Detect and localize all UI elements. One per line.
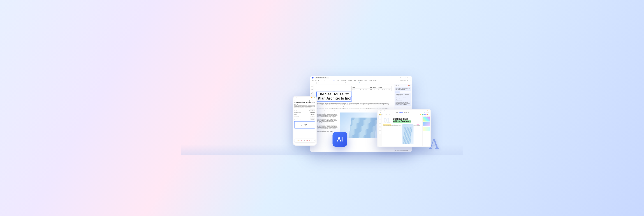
edit-all-button[interactable]: ✐Edit All▾ (326, 82, 332, 83)
underline-icon[interactable]: U (381, 114, 382, 115)
tab-edit[interactable]: Edit (408, 112, 409, 113)
pin-icon[interactable]: 📌 (408, 85, 409, 86)
crop-button[interactable]: ⧉Crop (345, 82, 348, 83)
text-style-4-icon[interactable]: Aa (306, 140, 308, 141)
tablet-undo-icon[interactable]: ↶ (426, 112, 426, 113)
file-menu[interactable]: File (312, 80, 314, 81)
more-icon[interactable]: ⋯ (314, 99, 315, 101)
share-icon[interactable]: ⇪ (327, 80, 328, 81)
color-yellow[interactable] (420, 114, 421, 115)
concept-1[interactable] (423, 117, 430, 122)
ai-tools-button[interactable]: ✦AI Tools▾ (352, 82, 358, 83)
color-green[interactable] (422, 114, 423, 115)
pencil-icon[interactable]: ✎ (384, 114, 384, 115)
ai-app-icon[interactable]: AI (332, 132, 347, 147)
save-icon[interactable]: ▭ (315, 80, 316, 81)
grid-icon[interactable]: ⊞ (311, 99, 312, 101)
add-color-icon[interactable]: + (429, 114, 429, 115)
signature-field[interactable]: ✎ (294, 122, 315, 129)
attachments-icon[interactable]: 🏷 (311, 92, 313, 94)
pen-tool-icon[interactable]: ✎ (309, 140, 310, 141)
rect-tool-icon[interactable]: ▭ (320, 82, 322, 83)
strikethrough-icon[interactable]: S (382, 114, 383, 115)
document-tab[interactable]: Sea House of klan.pdf × (315, 77, 329, 78)
color-orange[interactable] (427, 114, 428, 115)
concept-3[interactable] (423, 127, 430, 131)
back-icon[interactable]: ‹ (294, 99, 295, 101)
menu-convert[interactable]: Convert (348, 80, 352, 81)
tab-fill-sign[interactable]: Fill & Sign (404, 112, 407, 113)
thumb-5[interactable] (378, 131, 381, 134)
close-icon[interactable]: × (410, 77, 410, 78)
menu-home[interactable]: Home (332, 79, 335, 81)
thumb-2[interactable] (378, 120, 381, 123)
search-tools-input[interactable]: Search Tools (400, 80, 406, 81)
menu-view[interactable]: View (354, 80, 356, 81)
tablet-search-icon[interactable]: 🔍 (424, 112, 425, 113)
form-row-bank-branch: Bank BranchDrive-up Branch (294, 110, 316, 112)
ocr-button[interactable]: ⊡OCR (340, 82, 344, 83)
close-panel-icon[interactable]: × (410, 85, 411, 86)
text-style-3-icon[interactable]: Aa (304, 140, 305, 141)
concept-2[interactable] (423, 122, 430, 126)
more-button[interactable]: ≡More▾ (365, 82, 370, 83)
tablet-more-icon[interactable]: ⋯ (426, 111, 427, 111)
thumb-3[interactable] (378, 124, 381, 127)
text-style-2-icon[interactable]: Aa (301, 140, 302, 141)
maximize-icon[interactable]: □ (408, 77, 408, 78)
close-tab-icon[interactable]: × (328, 77, 328, 78)
chevron-down-icon[interactable]: ▾ (323, 82, 324, 83)
tablet-page[interactable]: 01 Cool Buildings & Nice Gradients Mauri… (382, 115, 422, 146)
zoom-in-icon[interactable]: ⊕ (314, 82, 315, 83)
highlight-icon[interactable]: ✎ (318, 82, 319, 83)
checkbox-tool-icon[interactable]: ☐ (295, 140, 296, 141)
undo-phone-icon[interactable]: ↶ (312, 140, 312, 141)
shape-icon[interactable]: ○ (389, 114, 389, 115)
highlighter-icon[interactable]: Aa (379, 114, 381, 115)
menu-edit[interactable]: Edit (337, 80, 339, 81)
thumb-1[interactable] (378, 116, 381, 119)
search-icon[interactable]: 🔍 (308, 99, 310, 101)
menu-form[interactable]: Form (369, 80, 372, 81)
tablet-body-text: Mauris eu DIJ s Institut dapibus est. Ve… (384, 124, 421, 127)
bookmark-icon[interactable]: ▭ (312, 99, 314, 101)
menu-protect[interactable]: Protect (373, 80, 377, 81)
print-icon[interactable]: ⎙ (318, 80, 319, 81)
notification-icon[interactable]: ◎ (400, 77, 401, 78)
redo-icon[interactable]: ↷ (324, 80, 325, 81)
ai-summary-tag[interactable]: #summary (395, 91, 400, 93)
document-title-selected[interactable]: The Sea House Of Klan Architects Inc (316, 91, 352, 101)
cloud-icon[interactable]: ☁ (407, 80, 408, 81)
ai-sidebar-title: AI Sidebar (395, 85, 400, 86)
tab-comment[interactable]: Comment (399, 112, 402, 113)
tablet-thumbs-icon[interactable]: ⊞ (380, 112, 380, 113)
zoom-out-icon[interactable]: ⊖ (312, 82, 313, 83)
tab-content[interactable]: Content (396, 112, 398, 113)
eraser-icon[interactable]: ◧ (385, 114, 386, 115)
menu-organize[interactable]: Organize (358, 80, 362, 81)
color-blue[interactable] (424, 114, 424, 115)
menu-tools[interactable]: Tools (364, 80, 367, 81)
bookmarks-icon[interactable]: ☰ (312, 89, 313, 90)
search-button[interactable]: 🔍Search (359, 82, 364, 83)
minimize-icon[interactable]: — (405, 77, 406, 78)
expand-panel-icon[interactable]: ⧉ (409, 85, 410, 86)
ai-sparkle-icon[interactable]: ✦ (398, 80, 398, 81)
color-purple[interactable] (425, 114, 426, 115)
redo-phone-icon[interactable]: ↷ (314, 140, 315, 141)
tablet-menu-icon[interactable]: ⋯ (428, 112, 429, 113)
menu-comment[interactable]: Comment (341, 80, 346, 81)
text-icon[interactable]: T (388, 114, 388, 115)
undo-icon[interactable]: ↶ (321, 80, 322, 81)
tablet-back-icon[interactable]: ‹ (379, 112, 379, 113)
thumb-4[interactable] (378, 127, 381, 131)
add-text-button[interactable]: TAdd Text (333, 82, 338, 83)
expand-icon[interactable]: ⤢ (410, 80, 410, 81)
comment-tab[interactable]: Comment ⌃ (294, 144, 316, 145)
text-style-1-icon[interactable]: Aa (298, 140, 299, 141)
thumbnails-icon[interactable]: ▭ (311, 85, 313, 87)
tablet-redo-icon[interactable]: ↷ (427, 112, 428, 113)
note-icon[interactable]: ▭ (386, 114, 387, 115)
dropdown-icon[interactable]: ▾ (330, 80, 330, 81)
column-text-1: Khan Architects Inc., is a mid-sized arc… (316, 113, 338, 124)
